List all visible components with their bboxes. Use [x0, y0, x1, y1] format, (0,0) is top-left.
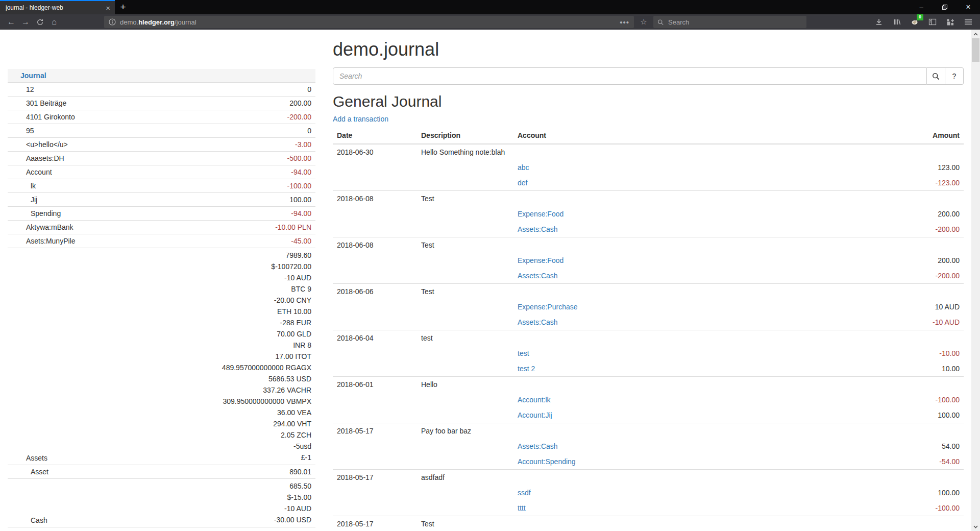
url-bar[interactable]: demo.hledger.org/journal ••• [104, 16, 634, 28]
sidebar-account-link[interactable]: 4101 Girokonto [26, 113, 75, 121]
posting-account-link[interactable]: Account:Spending [518, 457, 576, 466]
header-description: Description [417, 127, 513, 144]
posting-account-link[interactable]: Assets:Cash [518, 225, 558, 233]
posting-date-spacer [333, 346, 417, 361]
posting-account-link[interactable]: Account:lk [518, 396, 551, 404]
posting-account-link[interactable]: Assets:Cash [518, 272, 558, 280]
sidebar-account-link[interactable]: Aktywa:mBank [26, 223, 74, 231]
toolbar-search[interactable] [653, 16, 806, 28]
toolbar-search-input[interactable] [667, 18, 802, 27]
extension-button[interactable]: 0 [907, 15, 922, 29]
posting-account-link[interactable]: ssdf [518, 489, 531, 497]
sidebar-account-balance: 0 [138, 83, 315, 96]
posting-account-link[interactable]: Expense:Food [518, 210, 564, 218]
balance-amount: 309.950000000000 VBMPX [142, 396, 311, 407]
posting-account-link[interactable]: def [518, 179, 527, 187]
txn-amount-spacer [851, 330, 964, 346]
browser-tab[interactable]: journal - hledger-web × [0, 0, 115, 14]
window-close-button[interactable]: × [957, 0, 980, 14]
posting-account-link[interactable]: tttt [518, 504, 526, 512]
sidebar-account-link[interactable]: Account [26, 168, 52, 176]
posting-account-cell: Account:Spending [513, 454, 851, 470]
posting-row: abc123.00 [333, 160, 964, 175]
posting-row: Assets:Cash-200.00 [333, 268, 964, 284]
txn-account-spacer [513, 377, 851, 393]
txn-account-spacer [513, 470, 851, 486]
page-scrollbar[interactable] [971, 30, 980, 531]
scroll-down-arrow-icon[interactable] [971, 522, 980, 531]
posting-date-spacer [333, 175, 417, 191]
txn-description: Test [417, 191, 513, 207]
posting-account-link[interactable]: Account:Jij [518, 411, 552, 419]
header-amount: Amount [851, 127, 964, 144]
balance-amount: 5686.53 USD [142, 373, 311, 384]
posting-date-spacer [333, 206, 417, 222]
posting-account-link[interactable]: Assets:Cash [518, 318, 558, 326]
library-button[interactable] [889, 15, 904, 29]
bookmark-star-icon[interactable]: ☆ [637, 17, 650, 27]
sidebar-account-cell: 95 [8, 124, 138, 138]
library-icon [893, 18, 901, 26]
reload-button[interactable] [33, 15, 47, 29]
posting-account-link[interactable]: test 2 [518, 365, 535, 373]
posting-account-cell: test 2 [513, 361, 851, 377]
posting-amount: -10 AUD [851, 315, 964, 330]
sidebar-account-link[interactable]: 95 [26, 127, 34, 135]
site-info-icon[interactable] [109, 18, 116, 26]
balance-amount: -10 AUD [142, 272, 311, 283]
sidebar-account-link[interactable]: Aaasets:DH [26, 154, 64, 162]
menu-button[interactable] [961, 15, 976, 29]
new-tab-button[interactable]: + [115, 0, 131, 14]
home-button[interactable]: ⌂ [47, 15, 61, 29]
posting-account-link[interactable]: Assets:Cash [518, 442, 558, 450]
posting-row: Expense:Purchase10 AUD [333, 299, 964, 315]
sidebar-account-link[interactable]: 301 Beiträge [26, 99, 66, 107]
posting-date-spacer [333, 222, 417, 237]
window-restore-button[interactable] [933, 0, 957, 14]
customize-button[interactable] [943, 15, 958, 29]
scroll-up-arrow-icon[interactable] [971, 30, 980, 38]
posting-desc-spacer [417, 268, 513, 284]
sidebar-account-cell: Asset [8, 465, 138, 479]
scrollbar-thumb[interactable] [972, 38, 979, 62]
journal-search-button[interactable] [927, 67, 945, 85]
sidebar-account-link[interactable]: <u>hello</u> [26, 140, 68, 149]
posting-amount: 200.00 [851, 206, 964, 222]
sidebar-account-cell: Aaasets:DH [8, 152, 138, 165]
sidebar-account-link[interactable]: Assets [26, 454, 47, 462]
window-minimize-button[interactable]: – [910, 0, 933, 14]
tab-title: journal - hledger-web [6, 4, 102, 11]
balance-amount: $-15.00 [142, 492, 311, 503]
sidebar-account-link[interactable]: lk [31, 182, 36, 190]
posting-account-link[interactable]: test [518, 349, 529, 357]
browser-toolbar: ← → ⌂ demo.hledger.org/journal ••• ☆ [0, 14, 980, 30]
downloads-button[interactable] [871, 15, 887, 29]
sidebar-account-link[interactable]: Jij [31, 196, 37, 204]
sidebar-account-link[interactable]: 12 [26, 85, 34, 93]
sidebar-journal-link[interactable]: Journal [20, 71, 46, 80]
transaction-row: 2018-05-17Test [333, 516, 964, 531]
add-transaction-link[interactable]: Add a transaction [333, 115, 388, 123]
forward-button[interactable]: → [18, 15, 33, 29]
sidebar-account-link[interactable]: Asets:MunyPile [26, 237, 75, 245]
sidebar-account-link[interactable]: Asset [31, 468, 48, 476]
search-help-button[interactable]: ? [945, 67, 964, 85]
sidebars-button[interactable] [925, 15, 940, 29]
page-title: demo.journal [333, 39, 964, 60]
posting-account-link[interactable]: abc [518, 163, 529, 172]
sidebar-account-balance: -500.00 [138, 152, 315, 165]
posting-desc-spacer [417, 253, 513, 268]
posting-amount: -100.00 [851, 392, 964, 407]
back-button[interactable]: ← [4, 15, 18, 29]
posting-account-link[interactable]: Expense:Purchase [518, 303, 578, 311]
page-actions-icon[interactable]: ••• [620, 18, 629, 27]
balance-amount: £-1 [142, 452, 311, 463]
posting-account-cell: Assets:Cash [513, 315, 851, 330]
posting-account-link[interactable]: Expense:Food [518, 256, 564, 264]
journal-search-input[interactable] [333, 67, 927, 85]
posting-row: Expense:Food200.00 [333, 206, 964, 222]
transaction-row: 2018-06-04test [333, 330, 964, 346]
tab-close-icon[interactable]: × [106, 4, 110, 12]
sidebar-account-link[interactable]: Cash [31, 516, 47, 524]
sidebar-account-link[interactable]: Spending [31, 209, 61, 218]
